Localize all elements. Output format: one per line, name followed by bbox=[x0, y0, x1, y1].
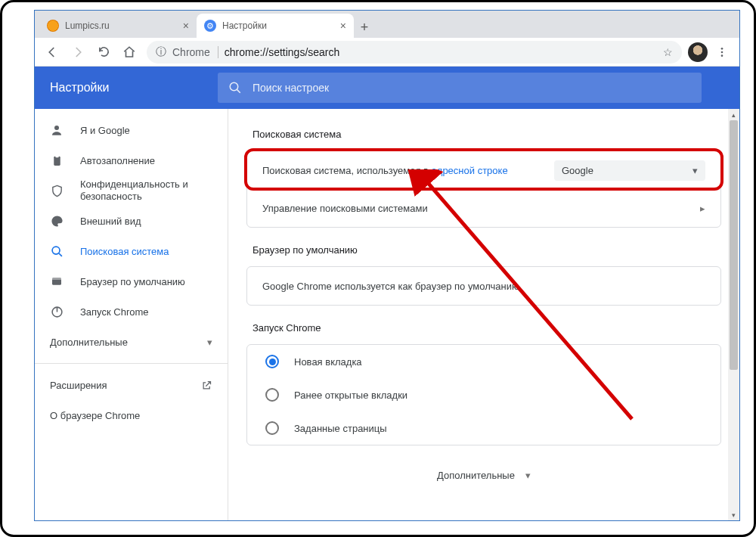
scrollbar[interactable]: ▴ ▾ bbox=[728, 109, 739, 520]
palette-icon bbox=[50, 214, 64, 228]
clipboard-icon bbox=[50, 154, 64, 167]
sidebar-item-autofill[interactable]: Автозаполнение bbox=[35, 145, 218, 175]
close-icon[interactable]: × bbox=[183, 20, 189, 32]
menu-button[interactable] bbox=[711, 41, 733, 64]
section-title-startup: Запуск Chrome bbox=[253, 322, 721, 334]
settings-content: Поисковая система Поисковая система, исп… bbox=[228, 109, 739, 520]
default-browser-card: Google Chrome используется как браузер п… bbox=[246, 266, 721, 306]
startup-option-specific[interactable]: Заданные страницы bbox=[247, 411, 720, 445]
svg-point-0 bbox=[721, 48, 723, 50]
sidebar-item-default-browser[interactable]: Браузер по умолчанию bbox=[35, 266, 218, 296]
sidebar-label: Конфиденциальность и безопасность bbox=[80, 178, 203, 203]
startup-option-continue[interactable]: Ранее открытые вкладки bbox=[247, 378, 720, 411]
window-icon bbox=[50, 275, 64, 288]
close-icon[interactable]: × bbox=[340, 20, 346, 32]
more-label: Дополнительные bbox=[437, 470, 515, 481]
reload-button[interactable] bbox=[92, 41, 115, 64]
svg-rect-6 bbox=[55, 155, 58, 157]
sidebar-item-startup[interactable]: Запуск Chrome bbox=[35, 296, 218, 327]
sidebar-label: Я и Google bbox=[80, 125, 130, 136]
tab-title: Настройки bbox=[222, 20, 267, 31]
default-browser-row: Google Chrome используется как браузер п… bbox=[247, 267, 720, 305]
svg-point-3 bbox=[230, 82, 238, 91]
favicon-icon bbox=[47, 20, 59, 32]
row-text: Поисковая система, используемая в адресн… bbox=[262, 165, 508, 176]
sidebar-label: Автозаполнение bbox=[80, 155, 155, 166]
address-bar-link[interactable]: адресной строке bbox=[432, 165, 508, 176]
sidebar-about[interactable]: О браузере Chrome bbox=[35, 400, 228, 430]
sidebar-label: О браузере Chrome bbox=[50, 410, 140, 421]
svg-point-4 bbox=[54, 126, 59, 130]
back-button[interactable] bbox=[41, 41, 64, 64]
toolbar: ⓘ Chrome chrome://settings/search ☆ bbox=[35, 38, 739, 67]
sidebar-label: Запуск Chrome bbox=[80, 306, 149, 318]
option-label: Новая вкладка bbox=[294, 356, 362, 368]
tab-title: Lumpics.ru bbox=[65, 20, 110, 31]
tab-lumpics[interactable]: Lumpics.ru × bbox=[39, 14, 197, 38]
chevron-down-icon: ▾ bbox=[692, 165, 698, 176]
search-placeholder: Поиск настроек bbox=[253, 82, 329, 94]
sidebar-label: Браузер по умолчанию bbox=[80, 276, 185, 287]
tab-settings[interactable]: ⚙ Настройки × bbox=[197, 14, 354, 38]
option-label: Заданные страницы bbox=[294, 423, 387, 434]
sidebar-label: Поисковая система bbox=[80, 246, 169, 257]
svg-rect-5 bbox=[54, 156, 60, 165]
sidebar-item-privacy[interactable]: Конфиденциальность и безопасность bbox=[35, 175, 218, 206]
chevron-down-icon: ▾ bbox=[207, 337, 212, 348]
advanced-toggle[interactable]: Дополнительные ▾ bbox=[246, 462, 721, 489]
new-tab-button[interactable]: + bbox=[354, 17, 375, 38]
chevron-right-icon: ▸ bbox=[700, 203, 705, 214]
scroll-up-icon[interactable]: ▴ bbox=[728, 109, 739, 120]
search-engine-card: Поисковая система, используемая в адресн… bbox=[246, 151, 721, 228]
sidebar-extensions[interactable]: Расширения bbox=[35, 370, 228, 400]
forward-button[interactable] bbox=[67, 41, 89, 64]
address-bar[interactable]: ⓘ Chrome chrome://settings/search ☆ bbox=[147, 41, 682, 64]
power-icon bbox=[50, 305, 64, 318]
row-text: Управление поисковыми системами bbox=[262, 203, 428, 214]
svg-point-2 bbox=[721, 54, 723, 57]
sidebar-label: Дополнительные bbox=[50, 337, 128, 348]
home-button[interactable] bbox=[118, 41, 141, 64]
svg-point-1 bbox=[721, 51, 723, 53]
sidebar-advanced[interactable]: Дополнительные ▾ bbox=[35, 327, 228, 357]
section-title-search: Поисковая система bbox=[253, 129, 721, 140]
select-value: Google bbox=[562, 165, 593, 176]
external-link-icon bbox=[201, 380, 212, 391]
settings-search[interactable]: Поиск настроек bbox=[218, 73, 702, 103]
search-engine-row[interactable]: Поисковая система, используемая в адресн… bbox=[247, 151, 720, 189]
option-label: Ранее открытые вкладки bbox=[294, 390, 407, 401]
sidebar-label: Расширения bbox=[50, 380, 107, 391]
omnibox-url: chrome://settings/search bbox=[225, 46, 340, 58]
info-icon: ⓘ bbox=[156, 45, 166, 59]
scrollbar-thumb[interactable] bbox=[730, 120, 738, 370]
radio-icon bbox=[265, 388, 279, 402]
person-icon bbox=[50, 123, 64, 137]
gear-icon: ⚙ bbox=[204, 20, 216, 32]
svg-point-7 bbox=[52, 247, 60, 254]
sidebar-item-appearance[interactable]: Внешний вид bbox=[35, 206, 218, 236]
search-engine-select[interactable]: Google ▾ bbox=[554, 160, 705, 181]
tab-strip: Lumpics.ru × ⚙ Настройки × + bbox=[35, 11, 739, 38]
bookmark-icon[interactable]: ☆ bbox=[663, 46, 673, 58]
row-text: Google Chrome используется как браузер п… bbox=[262, 281, 519, 292]
sidebar: Я и Google Автозаполнение Конфиденциальн… bbox=[35, 109, 228, 520]
search-icon bbox=[50, 244, 64, 258]
startup-option-new-tab[interactable]: Новая вкладка bbox=[247, 345, 720, 378]
svg-rect-9 bbox=[52, 278, 61, 280]
section-title-default-browser: Браузер по умолчанию bbox=[253, 244, 721, 256]
profile-avatar[interactable] bbox=[688, 42, 708, 62]
radio-icon bbox=[265, 421, 279, 435]
omnibox-prefix: Chrome bbox=[172, 46, 218, 58]
startup-card: Новая вкладка Ранее открытые вкладки Зад… bbox=[246, 344, 721, 445]
manage-search-engines-row[interactable]: Управление поисковыми системами ▸ bbox=[247, 189, 720, 227]
sidebar-item-you-and-google[interactable]: Я и Google bbox=[35, 115, 218, 145]
settings-header: Настройки Поиск настроек bbox=[35, 67, 739, 109]
scroll-down-icon[interactable]: ▾ bbox=[728, 509, 739, 520]
sidebar-item-search[interactable]: Поисковая система bbox=[35, 236, 218, 266]
radio-icon bbox=[265, 355, 279, 368]
search-icon bbox=[228, 81, 242, 95]
sidebar-label: Внешний вид bbox=[80, 216, 141, 227]
shield-icon bbox=[50, 184, 64, 197]
chevron-down-icon: ▾ bbox=[525, 470, 531, 481]
page-title: Настройки bbox=[50, 81, 218, 95]
